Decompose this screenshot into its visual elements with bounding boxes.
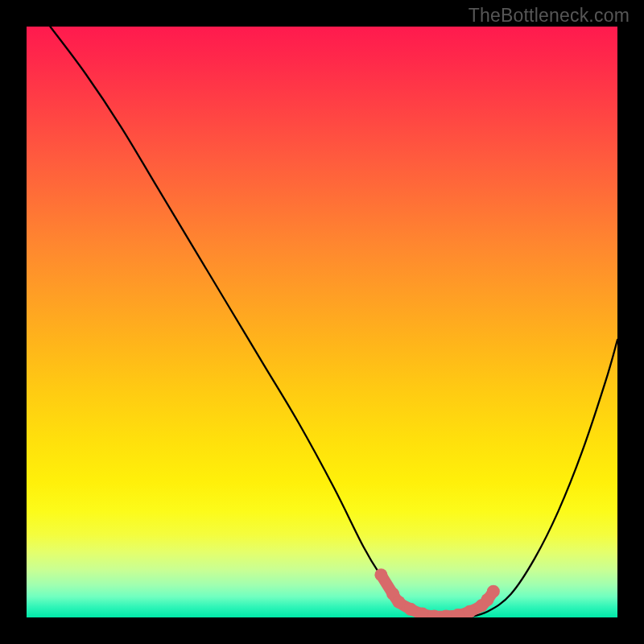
optimal-dot: [487, 585, 500, 598]
optimal-dot: [392, 596, 405, 609]
optimal-dot: [464, 605, 477, 617]
optimal-range-dots: [374, 568, 499, 617]
chart-container: TheBottleneck.com: [0, 0, 644, 644]
watermark-text: TheBottleneck.com: [469, 5, 630, 27]
curve-layer: [27, 27, 617, 617]
optimal-dot: [374, 568, 387, 581]
bottleneck-curve: [50, 27, 617, 617]
plot-area: [27, 27, 617, 617]
optimal-dot: [404, 603, 417, 616]
